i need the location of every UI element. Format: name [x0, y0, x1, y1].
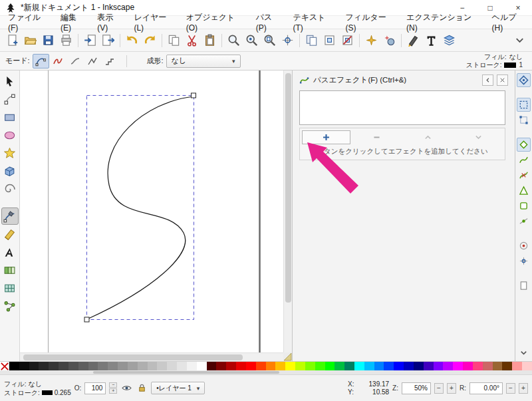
tool-star[interactable] — [1, 144, 19, 162]
opacity-input[interactable]: 100 — [84, 382, 106, 394]
zoom-selection-button[interactable] — [225, 31, 243, 49]
tool-pen-bezier[interactable] — [1, 207, 19, 225]
palette-swatch[interactable] — [157, 362, 167, 370]
zoom-drawing-button[interactable] — [243, 31, 261, 49]
shape-select[interactable]: なし ▾ — [166, 55, 241, 68]
palette-swatch[interactable] — [148, 362, 158, 370]
palette-swatch[interactable] — [49, 362, 59, 370]
save-button[interactable] — [39, 31, 57, 49]
palette-swatch[interactable] — [305, 362, 315, 370]
canvas-area[interactable] — [20, 70, 292, 361]
snap-bbox-corners-button[interactable] — [517, 113, 531, 127]
palette-swatch[interactable] — [502, 362, 512, 370]
palette-swatch[interactable] — [463, 362, 473, 370]
palette-swatch[interactable] — [354, 362, 364, 370]
panel-close-button[interactable] — [497, 74, 508, 86]
palette-swatch[interactable] — [187, 362, 197, 370]
palette-swatch[interactable] — [522, 362, 532, 370]
palette-swatch[interactable] — [39, 362, 49, 370]
panel-collapse-button[interactable] — [482, 74, 493, 86]
palette-swatch[interactable] — [98, 362, 108, 370]
rotation-input[interactable]: 0.00° — [469, 382, 503, 394]
tool-ellipse[interactable] — [1, 126, 19, 144]
palette-scrollbar[interactable] — [0, 370, 532, 374]
zoom-input[interactable]: 50% — [402, 382, 431, 394]
palette-swatch[interactable] — [216, 362, 226, 370]
scrollbar-thumb[interactable] — [93, 371, 279, 374]
mode-paraxial-button[interactable] — [102, 54, 118, 68]
fill-stroke-dialog-button[interactable] — [404, 31, 422, 49]
zoom-page-button[interactable] — [261, 31, 279, 49]
palette-swatch[interactable] — [128, 362, 138, 370]
duplicate-button[interactable] — [303, 31, 321, 49]
new-document-button[interactable] — [3, 31, 21, 49]
mode-straight-button[interactable] — [84, 54, 101, 68]
tool-selector[interactable] — [1, 72, 19, 90]
palette-swatch[interactable] — [207, 362, 217, 370]
snap-nodes-button[interactable] — [517, 138, 531, 152]
import-button[interactable] — [81, 31, 99, 49]
canvas-corner-toggle[interactable] — [283, 352, 292, 361]
canvas-vertical-scrollbar[interactable] — [283, 70, 292, 352]
snapbar-more-button[interactable] — [517, 346, 531, 360]
palette-swatch[interactable] — [246, 362, 256, 370]
palette-swatch[interactable] — [315, 362, 325, 370]
palette-swatch[interactable] — [266, 362, 276, 370]
unlink-clone-button[interactable] — [338, 31, 356, 49]
palette-swatch[interactable] — [78, 362, 88, 370]
mode-bspline-button[interactable] — [67, 54, 84, 68]
rotation-decrease-button[interactable]: − — [506, 383, 515, 394]
tool-rectangle[interactable] — [1, 108, 19, 126]
snap-rotation-center-button[interactable] — [517, 254, 531, 268]
palette-swatch[interactable] — [512, 362, 522, 370]
snap-path-intersections-button[interactable] — [517, 168, 531, 182]
palette-swatch[interactable] — [236, 362, 246, 370]
snap-others-button[interactable] — [517, 239, 531, 253]
snap-bbox-button[interactable] — [517, 98, 531, 112]
cut-button[interactable] — [183, 31, 201, 49]
scrollbar-thumb[interactable] — [285, 73, 291, 303]
layers-dialog-button[interactable] — [440, 31, 458, 49]
symbols-dialog-button[interactable] — [362, 31, 380, 49]
palette-swatch[interactable] — [374, 362, 384, 370]
palette-swatch[interactable] — [275, 362, 285, 370]
add-effect-button[interactable] — [302, 130, 350, 144]
palette-swatch[interactable] — [29, 362, 39, 370]
palette-swatch[interactable] — [483, 362, 493, 370]
create-clone-button[interactable] — [321, 31, 338, 49]
palette-swatch[interactable] — [295, 362, 305, 370]
palette-swatch[interactable] — [138, 362, 148, 370]
selection-handle-top-right[interactable] — [192, 93, 196, 98]
tool-calligraphy[interactable] — [1, 225, 19, 243]
undo-button[interactable] — [123, 31, 141, 49]
palette-swatch[interactable] — [443, 362, 453, 370]
palette-swatch[interactable] — [118, 362, 128, 370]
palette-swatch[interactable] — [256, 362, 266, 370]
effects-list[interactable] — [299, 90, 505, 125]
palette-swatch[interactable] — [364, 362, 374, 370]
palette-swatch[interactable] — [473, 362, 483, 370]
snap-page-border-button[interactable] — [517, 279, 531, 293]
redo-button[interactable] — [141, 31, 159, 49]
tool-spiral[interactable] — [1, 180, 19, 198]
palette-swatch[interactable] — [197, 362, 207, 370]
palette-swatch[interactable] — [434, 362, 444, 370]
print-button[interactable] — [57, 31, 75, 49]
palette-swatch[interactable] — [68, 362, 78, 370]
move-effect-up-button[interactable] — [404, 130, 452, 144]
remove-effect-button[interactable] — [352, 130, 401, 144]
snap-smooth-nodes-button[interactable] — [517, 199, 531, 213]
export-button[interactable] — [99, 31, 117, 49]
view-center-page-button[interactable] — [279, 31, 297, 49]
mode-spiro-button[interactable] — [50, 54, 66, 68]
palette-none-swatch[interactable] — [0, 362, 9, 370]
tool-mesh-gradient[interactable] — [1, 279, 19, 297]
paste-button[interactable] — [201, 31, 219, 49]
snap-enable-button[interactable] — [517, 73, 531, 87]
layer-select[interactable]: •レイヤー 1 ▾ — [151, 382, 205, 394]
palette-swatch[interactable] — [167, 362, 177, 370]
tool-node-editor[interactable] — [1, 90, 19, 108]
palette-swatch[interactable] — [325, 362, 335, 370]
palette-swatch[interactable] — [9, 362, 19, 370]
palette-swatch[interactable] — [394, 362, 404, 370]
